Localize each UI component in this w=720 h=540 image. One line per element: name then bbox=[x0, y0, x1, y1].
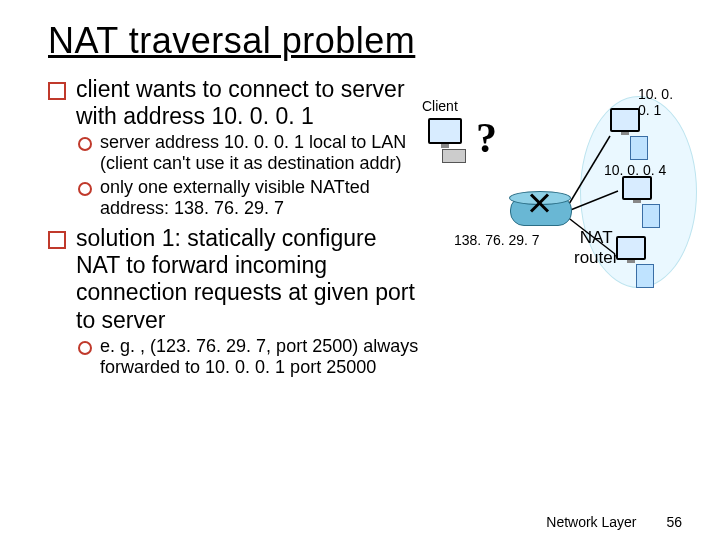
slide: NAT traversal problem client wants to co… bbox=[0, 0, 720, 540]
external-ip-label: 138. 76. 29. 7 bbox=[454, 232, 540, 248]
bullet-level2: server address 10. 0. 0. 1 local to LAN … bbox=[78, 132, 420, 174]
bullet-text: server address 10. 0. 0. 1 local to LAN … bbox=[100, 132, 420, 174]
client-pc-icon bbox=[428, 118, 466, 163]
content-row: client wants to connect to server with a… bbox=[48, 76, 680, 416]
bullet-level2: e. g. , (123. 76. 29. 7, port 2500) alwa… bbox=[78, 336, 420, 378]
text-column: client wants to connect to server with a… bbox=[48, 76, 420, 416]
footer-section: Network Layer bbox=[546, 514, 636, 530]
host-pc-icon bbox=[622, 176, 660, 228]
nat-router-label: NAT router bbox=[574, 228, 618, 267]
bullet-level1: solution 1: statically configure NAT to … bbox=[48, 225, 420, 334]
bullet-level1: client wants to connect to server with a… bbox=[48, 76, 420, 130]
question-mark-icon: ? bbox=[476, 114, 497, 162]
bullet-text: client wants to connect to server with a… bbox=[76, 76, 420, 130]
circle-bullet-icon bbox=[78, 182, 92, 196]
circle-bullet-icon bbox=[78, 137, 92, 151]
host-pc-icon bbox=[610, 108, 648, 160]
diagram-area: Client ? 138. 76. 29. 7 NAT router 10. 0… bbox=[420, 76, 680, 416]
bullet-text: e. g. , (123. 76. 29. 7, port 2500) alwa… bbox=[100, 336, 420, 378]
circle-bullet-icon bbox=[78, 341, 92, 355]
client-label: Client bbox=[422, 98, 458, 114]
footer-page-number: 56 bbox=[666, 514, 682, 530]
slide-footer: Network Layer 56 bbox=[546, 514, 682, 530]
slide-title: NAT traversal problem bbox=[48, 20, 680, 62]
bullet-text: only one externally visible NATted addre… bbox=[100, 177, 420, 219]
square-bullet-icon bbox=[48, 82, 66, 100]
host-pc-icon bbox=[616, 236, 654, 288]
square-bullet-icon bbox=[48, 231, 66, 249]
bullet-level2: only one externally visible NATted addre… bbox=[78, 177, 420, 219]
bullet-text: solution 1: statically configure NAT to … bbox=[76, 225, 420, 334]
nat-router-icon bbox=[510, 196, 572, 226]
